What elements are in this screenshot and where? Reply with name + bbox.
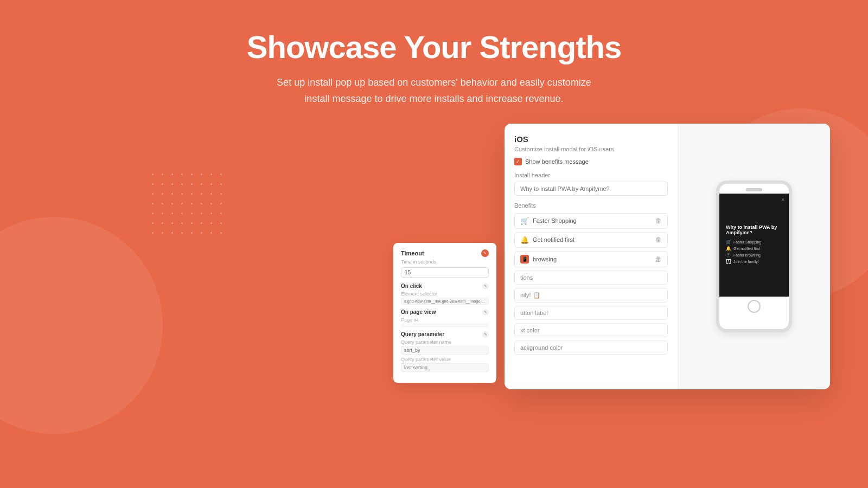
phone-benefit-icon-1: 🛒: [726, 240, 731, 245]
on-click-section: On click ✎ Element selector a.grid-view-…: [401, 283, 489, 305]
field-bg-color: ackground color: [514, 341, 668, 355]
dot-decoration: [191, 232, 193, 234]
delete-benefit-2-button[interactable]: 🗑: [655, 236, 662, 243]
on-page-view-edit-button[interactable]: ✎: [482, 309, 489, 316]
dot-decoration: [201, 174, 202, 175]
dot-grid-decoration: // Will generate dots after DOM builds: [152, 174, 228, 240]
benefit-row-3: 📱 browsing 🗑: [514, 251, 668, 267]
bg-decoration-left: [0, 217, 163, 434]
phone-benefit-3: 📱 Faster browsing: [726, 253, 761, 258]
dot-decoration: [162, 213, 163, 214]
benefit-icon-1: 🛒: [520, 217, 529, 225]
query-param-section: Query parameter ✎ Query parameter name s…: [401, 331, 489, 372]
dot-decoration: [152, 232, 154, 234]
phone-benefit-text-4: Join the family!: [733, 260, 759, 264]
phone-screen: × Why to install PWA by Ampifyme? 🛒 Fast…: [719, 194, 789, 297]
dot-decoration: [220, 183, 222, 185]
query-param-edit-button[interactable]: ✎: [482, 331, 489, 338]
dot-decoration: [201, 232, 202, 234]
phone-benefit-icon-2: 🔔: [726, 246, 731, 251]
dot-decoration: [171, 213, 173, 214]
dot-decoration: [181, 203, 183, 204]
show-benefits-label: Show benefits message: [525, 158, 589, 165]
show-benefits-checkbox[interactable]: [514, 158, 522, 165]
on-page-view-title: On page view: [401, 309, 436, 315]
dot-decoration: [191, 213, 193, 214]
dot-decoration: [220, 213, 222, 214]
delete-benefit-3-button[interactable]: 🗑: [655, 255, 662, 263]
element-selector-label: Element selector: [401, 291, 489, 297]
benefit-text-1: Faster Shopping: [533, 217, 577, 224]
dot-decoration: [210, 183, 212, 185]
benefit-row-1: 🛒 Faster Shopping 🗑: [514, 213, 668, 229]
dot-decoration: [152, 183, 154, 185]
phone-home-button[interactable]: [748, 300, 761, 313]
phone-benefit-text-2: Get notified first: [733, 247, 760, 251]
field-family: nily! 📋: [514, 288, 668, 303]
phone-benefit-icon-3: 📱: [726, 253, 731, 258]
phone-benefit-2: 🔔 Get notified first: [726, 246, 760, 251]
field-tions: tions: [514, 271, 668, 285]
benefit-icon-2: 🔔: [520, 236, 529, 244]
timeout-edit-button[interactable]: [481, 249, 489, 257]
main-settings-card: iOS Customize install modal for iOS user…: [505, 124, 830, 389]
page-id-label: Page v4: [401, 317, 489, 323]
dot-decoration: [181, 183, 183, 185]
dot-decoration: [152, 174, 154, 175]
dot-decoration: [191, 193, 193, 195]
dot-decoration: [220, 232, 222, 234]
dot-decoration: [152, 193, 154, 195]
timeout-time-label: Time in seconds: [401, 259, 489, 265]
phone-notch: [746, 188, 762, 191]
dot-decoration: [210, 174, 212, 175]
timeout-settings-card: Timeout Time in seconds On click ✎ Eleme…: [393, 243, 496, 383]
dot-decoration: [162, 174, 163, 175]
on-click-title: On click: [401, 283, 422, 289]
dot-decoration: [191, 183, 193, 185]
phone-benefit-text-1: Faster Shopping: [733, 240, 761, 244]
dot-decoration: [201, 183, 202, 185]
delete-benefit-1-button[interactable]: 🗑: [655, 217, 662, 224]
on-click-edit-button[interactable]: ✎: [482, 283, 489, 290]
benefit-row-2: 🔔 Get notified first 🗑: [514, 232, 668, 248]
dot-decoration: [152, 222, 154, 224]
dot-decoration: [220, 222, 222, 224]
dot-decoration: [210, 232, 212, 234]
page-header: Showcase Your Strengths Set up install p…: [0, 0, 868, 107]
dot-decoration: [171, 183, 173, 185]
phone-install-title: Why to install PWA by Ampifyme?: [726, 224, 782, 235]
query-param-name-label: Query parameter name: [401, 339, 489, 345]
dot-decoration: [181, 174, 183, 175]
phone-benefit-icon-4: 👨‍👩‍👧: [726, 259, 731, 264]
phone-mockup: × Why to install PWA by Ampifyme? 🛒 Fast…: [716, 181, 792, 332]
dot-decoration: [210, 203, 212, 204]
dot-decoration: [152, 203, 154, 204]
dot-decoration: [220, 193, 222, 195]
dot-decoration: [171, 174, 173, 175]
dot-decoration: [181, 222, 183, 224]
query-param-value-label: Query parameter value: [401, 357, 489, 362]
dot-decoration: [181, 213, 183, 214]
dot-decoration: [162, 232, 163, 234]
dot-decoration: [162, 193, 163, 195]
additional-fields: tions nily! 📋 utton label xt color ackgr…: [514, 271, 668, 355]
install-header-input[interactable]: [514, 182, 668, 196]
dot-decoration: [191, 222, 193, 224]
dot-decoration: [181, 193, 183, 195]
benefits-label: Benefits: [514, 202, 668, 209]
dot-decoration: [181, 232, 183, 234]
field-button-label: utton label: [514, 306, 668, 320]
dot-decoration: [210, 222, 212, 224]
page-subtitle: Set up install pop up based on customers…: [0, 74, 868, 107]
install-header-label: Install header: [514, 172, 668, 178]
dot-decoration: [171, 232, 173, 234]
query-param-name-value: sort_by: [401, 346, 489, 355]
ios-subtitle: Customize install modal for iOS users: [514, 146, 668, 152]
phone-close-icon: ×: [781, 197, 784, 203]
dot-decoration: [220, 203, 222, 204]
timeout-value-input[interactable]: [401, 267, 489, 278]
show-benefits-checkbox-row[interactable]: Show benefits message: [514, 158, 668, 165]
dot-decoration: [220, 174, 222, 175]
dot-decoration: [201, 213, 202, 214]
phone-preview-panel: × Why to install PWA by Ampifyme? 🛒 Fast…: [678, 124, 830, 389]
